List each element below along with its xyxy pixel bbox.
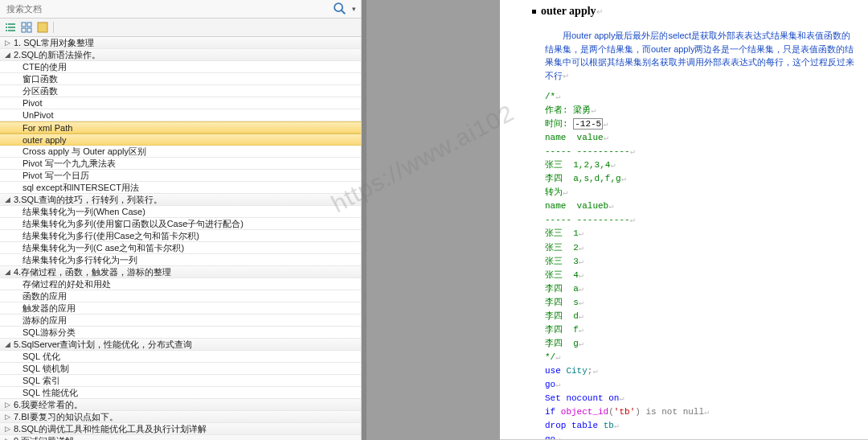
svg-rect-4	[6, 27, 7, 28]
para-mark: ↵	[596, 7, 603, 16]
tree-section[interactable]: ◢3.SQL查询的技巧，行转列，列装行。	[0, 194, 361, 206]
tree-item[interactable]: UnPivot	[0, 109, 361, 121]
tree-label: 分区函数	[23, 85, 58, 97]
tree-section[interactable]: ◢4.存储过程，函数，触发器，游标的整理	[0, 266, 361, 278]
tree-section[interactable]: ◢2.SQL的新语法操作。	[0, 49, 361, 61]
view-grid-icon[interactable]	[19, 21, 34, 34]
expander-icon[interactable]: ▷	[3, 413, 12, 421]
tree-item[interactable]: 游标的应用	[0, 315, 361, 327]
tree-item[interactable]: For xml Path	[0, 121, 361, 134]
tree-label: UnPivot	[23, 110, 54, 120]
tree-item[interactable]: SQL 性能优化	[0, 387, 361, 399]
tree-label: 结果集转化为一列(C ase之句和笛卡尔积)	[23, 242, 184, 254]
tree-label: SQL 优化	[23, 351, 60, 363]
tree-item[interactable]: 结果集转化为一列(When Case)	[0, 206, 361, 218]
view-list-icon[interactable]	[3, 21, 18, 34]
tree-label: 游标的应用	[23, 315, 67, 327]
document-view: outer apply ↵ 用outer apply最后最外层的select是获…	[500, 0, 868, 440]
tree-label: 1. SQL常用对象整理	[14, 37, 94, 49]
tree-label: 结果集转化为多行(使用Case之句和笛卡尔积)	[23, 230, 199, 242]
tree-section[interactable]: ◢5.SqlServer查询计划，性能优化，分布式查询	[0, 339, 361, 351]
tree-item[interactable]: CTE的使用	[0, 61, 361, 73]
tree-label: 4.存储过程，函数，触发器，游标的整理	[14, 266, 171, 278]
tree-label: Pivot 写一个日历	[23, 170, 89, 182]
doc-title: outer apply	[541, 5, 596, 18]
tree-item[interactable]: Pivot	[0, 97, 361, 109]
expander-icon[interactable]: ▷	[3, 39, 12, 47]
document-tree[interactable]: ▷1. SQL常用对象整理◢2.SQL的新语法操作。CTE的使用窗口函数分区函数…	[0, 37, 361, 440]
tree-label: SQL游标分类	[23, 327, 76, 339]
tree-item[interactable]: 结果集转化为多列(使用窗口函数以及Case子句进行配合)	[0, 218, 361, 230]
tree-section[interactable]: ▷1. SQL常用对象整理	[0, 37, 361, 49]
tree-label: 函数的应用	[23, 290, 67, 302]
svg-rect-2	[6, 23, 7, 25]
tree-item[interactable]: SQL游标分类	[0, 327, 361, 339]
expander-icon[interactable]: ▷	[3, 425, 12, 434]
tree-item[interactable]: SQL 索引	[0, 375, 361, 387]
svg-rect-11	[27, 28, 31, 32]
svg-point-0	[334, 3, 342, 11]
tree-label: Pivot 写一个九九乘法表	[23, 158, 116, 170]
tree-label: 7.BI要复习的知识点如下。	[14, 411, 118, 423]
svg-rect-3	[8, 23, 15, 25]
tree-item[interactable]: 分区函数	[0, 85, 361, 97]
tree-label: SQL 性能优化	[23, 387, 78, 399]
tree-item[interactable]: Pivot 写一个九九乘法表	[0, 158, 361, 170]
tree-item[interactable]: outer apply	[0, 134, 361, 146]
tree-section[interactable]: ▷9.面试问题详解	[0, 435, 361, 440]
tree-item[interactable]: Pivot 写一个日历	[0, 170, 361, 182]
bullet-icon	[532, 10, 536, 14]
toolbar-separator	[53, 22, 54, 33]
tree-label: 结果集转化为多行转化为一列	[23, 254, 137, 266]
svg-rect-7	[8, 30, 15, 31]
tree-label: outer apply	[23, 135, 66, 145]
tree-label: CTE的使用	[23, 61, 67, 73]
tree-item[interactable]: 触发器的应用	[0, 302, 361, 315]
tree-label: 触发器的应用	[23, 302, 76, 315]
tree-label: 3.SQL查询的技巧，行转列，列装行。	[14, 194, 162, 206]
code-block: /*↵ 作者: 梁勇↵ 时间: -12-5↵ name value↵ -----…	[532, 90, 855, 440]
tree-item[interactable]: 窗口函数	[0, 73, 361, 85]
tree-section[interactable]: ▷8.SQL的调优工具和性能优化工具及执行计划详解	[0, 423, 361, 435]
tree-label: 5.SqlServer查询计划，性能优化，分布式查询	[14, 339, 192, 351]
tree-item[interactable]: SQL 锁机制	[0, 363, 361, 375]
tree-label: 结果集转化为多列(使用窗口函数以及Case子句进行配合)	[23, 218, 244, 230]
tree-label: 窗口函数	[23, 73, 58, 85]
expander-icon[interactable]: ◢	[3, 195, 12, 204]
tree-item[interactable]: 结果集转化为一列(C ase之句和笛卡尔积)	[0, 242, 361, 254]
svg-rect-8	[22, 23, 26, 27]
expander-icon[interactable]: ◢	[3, 340, 12, 349]
tree-label: SQL 锁机制	[23, 363, 69, 375]
tree-item[interactable]: sql except和INTERSECT用法	[0, 182, 361, 194]
tree-label: For xml Path	[23, 123, 72, 133]
tree-item[interactable]: 结果集转化为多行转化为一列	[0, 254, 361, 266]
svg-rect-10	[22, 28, 26, 32]
tree-section[interactable]: ▷6.我要经常看的。	[0, 399, 361, 411]
tree-item[interactable]: 函数的应用	[0, 290, 361, 302]
tree-item[interactable]: 存储过程的好处和用处	[0, 278, 361, 290]
svg-rect-9	[27, 23, 31, 27]
svg-rect-6	[6, 30, 7, 31]
doc-heading: outer apply ↵	[532, 5, 855, 18]
tree-label: SQL 索引	[23, 375, 60, 387]
tree-label: 6.我要经常看的。	[14, 399, 83, 411]
expander-icon[interactable]: ▷	[3, 437, 12, 441]
expander-icon[interactable]: ▷	[3, 401, 12, 409]
navigator-panel: ▾ ▷1. SQL常用对象整理◢2.SQL的新语法操作。CTE的使用窗口函数分区…	[0, 0, 362, 440]
svg-line-1	[342, 10, 345, 14]
tree-section[interactable]: ▷7.BI要复习的知识点如下。	[0, 411, 361, 423]
expander-icon[interactable]: ◢	[3, 268, 12, 277]
tree-label: 结果集转化为一列(When Case)	[23, 206, 145, 218]
svg-rect-5	[8, 27, 15, 28]
svg-rect-12	[38, 23, 47, 32]
search-options-dropdown[interactable]: ▾	[348, 2, 359, 16]
expander-icon[interactable]: ◢	[3, 51, 12, 60]
tree-item[interactable]: Cross apply 与 Outer apply区别	[0, 146, 361, 158]
tree-item[interactable]: SQL 优化	[0, 351, 361, 363]
search-input[interactable]	[2, 2, 332, 16]
tree-label: Pivot	[23, 98, 42, 108]
tree-item[interactable]: 结果集转化为多行(使用Case之句和笛卡尔积)	[0, 230, 361, 242]
search-icon[interactable]	[332, 2, 348, 16]
panel-splitter[interactable]	[362, 0, 500, 440]
view-detail-icon[interactable]	[35, 21, 50, 34]
